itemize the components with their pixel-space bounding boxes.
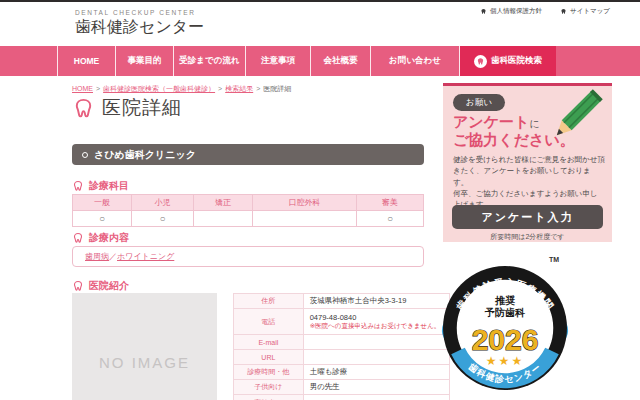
survey-submit-button[interactable]: アンケート入力 bbox=[452, 205, 603, 229]
certification-badge: 歯科健診受入医療機関 歯科健診センター 推奨 予防歯科 2026 ★★★ bbox=[440, 263, 570, 393]
sitemap-label: サイトマップ bbox=[570, 7, 610, 16]
section-intro: 医院紹介 bbox=[72, 279, 129, 293]
bullet-icon bbox=[82, 152, 88, 158]
nav-item-purpose[interactable]: 事業目的 bbox=[115, 46, 173, 76]
survey-heading-line2: ご協力ください。 bbox=[453, 131, 575, 150]
trademark-label: TM bbox=[549, 256, 559, 263]
breadcrumb-home[interactable]: HOME bbox=[72, 85, 93, 92]
table-row-kids: 子供向け 男の先生 bbox=[234, 380, 449, 395]
tooth-icon bbox=[72, 180, 84, 192]
clinic-name: さひめ歯科クリニック bbox=[94, 148, 196, 162]
table-row-hours: 診療時間・他 土曜も診療 bbox=[234, 365, 449, 380]
link-periodontal[interactable]: 歯周病 bbox=[85, 251, 109, 262]
sitemap-link[interactable]: サイトマップ bbox=[560, 7, 610, 16]
subjects-marks-row: ○ ○ ○ bbox=[73, 210, 423, 226]
logo-title: 歯科健診センター bbox=[75, 17, 204, 38]
survey-card: お願い アンケートに ご協力ください。 健診を受けられた皆様にご意見をお聞かせ頂… bbox=[443, 83, 612, 242]
page-title: 医院詳細 bbox=[72, 95, 182, 121]
site-logo[interactable]: DENTAL CHECKUP CENTER 歯科健診センター bbox=[75, 9, 204, 38]
section-contents: 診療内容 bbox=[72, 231, 129, 245]
tooth-icon bbox=[474, 55, 487, 68]
badge-stars: ★★★ bbox=[486, 354, 524, 368]
tooth-icon bbox=[72, 232, 84, 244]
contents-box: 歯周病／ホワイトニング bbox=[72, 246, 424, 267]
tooth-icon bbox=[480, 8, 487, 15]
logo-subtitle: DENTAL CHECKUP CENTER bbox=[75, 9, 204, 16]
survey-body: 健診を受けられた皆様にご意見をお聞かせ頂きたく、アンケートをお願いしております。… bbox=[453, 154, 605, 210]
clinic-name-bar: さひめ歯科クリニック bbox=[72, 144, 424, 165]
link-whitening[interactable]: ホワイトニング bbox=[117, 251, 174, 262]
tooth-icon bbox=[72, 280, 84, 292]
tooth-icon bbox=[560, 8, 567, 15]
tooth-icon bbox=[72, 97, 95, 120]
nav-item-home[interactable]: HOME bbox=[57, 46, 115, 76]
subjects-header-row: 一般 小児 矯正 口腔外科 審美 bbox=[73, 195, 423, 210]
survey-heading-line1: アンケートに bbox=[453, 113, 540, 132]
privacy-policy-label: 個人情報保護方針 bbox=[490, 7, 542, 16]
badge-line1: 推奨 bbox=[494, 295, 515, 306]
clinic-info-table: 住所 茨城県神栖市土合中央3-3-19 電話 0479-48-0840※医院への… bbox=[233, 293, 450, 400]
main-nav: HOME 事業目的 受診までの流れ 注意事項 会社概要 お問い合わせ 歯科医院検… bbox=[0, 46, 640, 76]
breadcrumb-current: 医院詳細 bbox=[263, 85, 291, 92]
breadcrumb-search[interactable]: 歯科健診医院検索（一般歯科健診） bbox=[103, 85, 215, 92]
table-row-email: E-mail bbox=[234, 335, 449, 350]
request-badge: お願い bbox=[453, 94, 505, 111]
section-subjects: 診療科目 bbox=[72, 179, 129, 193]
nav-item-flow[interactable]: 受診までの流れ bbox=[173, 46, 245, 76]
nav-item-notes[interactable]: 注意事項 bbox=[245, 46, 310, 76]
privacy-policy-link[interactable]: 個人情報保護方針 bbox=[480, 7, 542, 16]
table-row-address: 住所 茨城県神栖市土合中央3-3-19 bbox=[234, 294, 449, 309]
subjects-table: 一般 小児 矯正 口腔外科 審美 ○ ○ ○ bbox=[72, 194, 424, 227]
survey-time-note: 所要時間は2分程度です bbox=[443, 232, 612, 242]
breadcrumb-results[interactable]: 検索結果 bbox=[225, 85, 253, 92]
badge-line2: 予防歯科 bbox=[484, 307, 525, 318]
utility-links: 個人情報保護方針 サイトマップ bbox=[480, 7, 610, 16]
phone-note: ※医院への直接申込みはお受けできません。 bbox=[310, 322, 449, 331]
nav-item-company[interactable]: 会社概要 bbox=[310, 46, 370, 76]
clinic-detail-page: DENTAL CHECKUP CENTER 歯科健診センター 個人情報保護方針 … bbox=[0, 0, 640, 400]
badge-year: 2026 bbox=[472, 323, 539, 356]
breadcrumb: HOME>歯科健診医院検索（一般歯科健診）>検索結果>医院詳細 bbox=[72, 84, 291, 94]
no-image-placeholder: NO IMAGE bbox=[72, 293, 217, 400]
table-row-elderly: 高齢者・ bbox=[234, 395, 449, 400]
table-row-url: URL bbox=[234, 350, 449, 365]
nav-item-clinic-search[interactable]: 歯科医院検索 bbox=[460, 46, 556, 76]
table-row-phone: 電話 0479-48-0840※医院への直接申込みはお受けできません。 bbox=[234, 309, 449, 335]
top-border-line bbox=[0, 0, 640, 2]
nav-item-contact[interactable]: お問い合わせ bbox=[370, 46, 460, 76]
